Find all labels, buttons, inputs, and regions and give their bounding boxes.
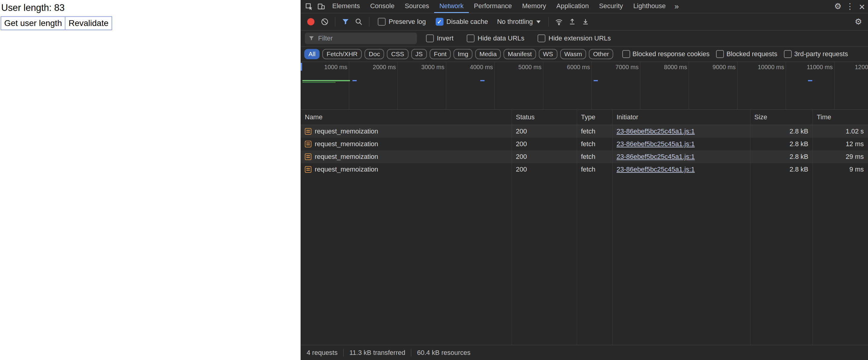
more-filter-toggles: Blocked response cookies Blocked request… — [619, 50, 851, 58]
network-settings-gear-icon[interactable]: ⚙ — [852, 16, 864, 28]
disable-cache-checkbox[interactable] — [436, 18, 443, 26]
settings-gear-icon[interactable]: ⚙ — [832, 1, 844, 13]
devtools-panel: Elements Console Sources Network Perform… — [301, 0, 868, 360]
hide-extension-urls-toggle[interactable]: Hide extension URLs — [537, 34, 611, 42]
devtools-tab[interactable]: Sources — [400, 0, 434, 13]
request-status: 200 — [512, 128, 577, 135]
search-icon[interactable] — [353, 16, 365, 28]
header-type[interactable]: Type — [577, 113, 612, 121]
request-type-chip[interactable]: Fetch/XHR — [322, 49, 362, 59]
timeline-tick-label: 6000 ms — [543, 62, 592, 109]
table-row[interactable]: request_memoization 200 fetch 23-86ebef5… — [301, 150, 868, 163]
chevron-down-icon — [536, 21, 540, 23]
hide-data-urls-toggle[interactable]: Hide data URLs — [467, 34, 524, 42]
request-status: 200 — [512, 153, 577, 161]
request-name-cell[interactable]: request_memoization — [301, 128, 512, 135]
network-conditions-icon[interactable] — [553, 16, 565, 28]
filter-checkbox[interactable] — [716, 50, 724, 58]
filter-toggle[interactable]: 3rd-party requests — [784, 50, 848, 58]
request-type-chip[interactable]: Doc — [365, 49, 384, 59]
request-name-cell[interactable]: request_memoization — [301, 166, 512, 173]
header-status[interactable]: Status — [512, 113, 577, 121]
invert-checkbox[interactable] — [426, 34, 434, 42]
devtools-tab[interactable]: Application — [551, 0, 594, 13]
devtools-tab[interactable]: Lighthouse — [628, 0, 671, 13]
device-toolbar-icon[interactable] — [315, 1, 327, 13]
invert-filter-toggle[interactable]: Invert — [426, 34, 454, 42]
request-type-chip[interactable]: Img — [454, 49, 472, 59]
revalidate-button[interactable]: Revalidate — [65, 16, 112, 30]
header-name[interactable]: Name — [301, 113, 512, 121]
filter-funnel-icon[interactable] — [339, 16, 351, 28]
record-network-log-icon[interactable] — [307, 18, 314, 25]
filter-checkbox[interactable] — [784, 50, 792, 58]
export-har-icon[interactable] — [580, 16, 592, 28]
screen: User length: 83 Get user length Revalida… — [0, 0, 868, 360]
hide-data-urls-label: Hide data URLs — [477, 34, 524, 42]
hide-data-urls-checkbox[interactable] — [467, 34, 474, 42]
initiator-link[interactable]: 23-86ebef5bc25c45a1.js:1 — [617, 166, 695, 173]
web-page: User length: 83 Get user length Revalida… — [0, 0, 301, 360]
table-row[interactable]: request_memoization 200 fetch 23-86ebef5… — [301, 125, 868, 138]
request-type-chip[interactable]: CSS — [387, 49, 408, 59]
timeline-tick-label: 7000 ms — [592, 62, 640, 109]
request-type-chip[interactable]: All — [304, 49, 319, 59]
table-row[interactable]: request_memoization 200 fetch 23-86ebef5… — [301, 138, 868, 150]
table-row[interactable]: request_memoization 200 fetch 23-86ebef5… — [301, 163, 868, 176]
kebab-menu-icon[interactable]: ⋮ — [844, 1, 856, 13]
devtools-tab[interactable]: Console — [365, 0, 400, 13]
request-type-chip[interactable]: WS — [539, 49, 557, 59]
header-time[interactable]: Time — [812, 113, 868, 121]
request-name-cell[interactable]: request_memoization — [301, 140, 512, 148]
devtools-tab[interactable]: Security — [594, 0, 628, 13]
more-tabs-chevron-icon[interactable]: » — [671, 2, 682, 11]
request-type-chip[interactable]: JS — [411, 49, 427, 59]
filter-checkbox[interactable] — [622, 50, 630, 58]
preserve-log-checkbox[interactable] — [378, 18, 385, 26]
devtools-tab-bar: Elements Console Sources Network Perform… — [301, 0, 868, 13]
timeline-tick-label: 8000 ms — [640, 62, 689, 109]
devtools-tab[interactable]: Performance — [469, 0, 517, 13]
import-har-icon[interactable] — [566, 16, 578, 28]
close-devtools-icon[interactable]: × — [856, 1, 868, 13]
request-type-chip[interactable]: Manifest — [503, 49, 536, 59]
transferred-size: 11.3 kB transferred — [349, 349, 405, 357]
devtools-tab[interactable]: Memory — [517, 0, 551, 13]
request-type-chips-row: All Fetch/XHR Doc CSS JS Font Img Media … — [301, 47, 868, 62]
toolbar-divider — [335, 17, 335, 27]
filter-toggle[interactable]: Blocked requests — [716, 50, 777, 58]
page-button-row: Get user length Revalidate — [1, 16, 301, 30]
filter-input[interactable] — [317, 34, 413, 43]
requests-count: 4 requests — [307, 349, 338, 357]
devtools-tabs: Elements Console Sources Network Perform… — [327, 0, 671, 13]
hide-extension-urls-checkbox[interactable] — [537, 34, 546, 42]
inspect-element-icon[interactable] — [303, 1, 315, 13]
get-user-length-button[interactable]: Get user length — [1, 16, 65, 30]
filter-toggle[interactable]: Blocked response cookies — [622, 50, 710, 58]
header-size[interactable]: Size — [750, 113, 812, 121]
preserve-log-toggle[interactable]: Preserve log — [378, 18, 426, 26]
request-type-chip[interactable]: Media — [475, 49, 501, 59]
devtools-tab[interactable]: Network — [434, 0, 469, 13]
throttling-select[interactable]: No throttling — [497, 18, 541, 26]
filter-toggle-label: 3rd-party requests — [794, 50, 848, 58]
initiator-link[interactable]: 23-86ebef5bc25c45a1.js:1 — [617, 140, 695, 148]
devtools-tab[interactable]: Elements — [327, 0, 365, 13]
filter-input-container[interactable] — [305, 33, 417, 44]
clear-network-log-icon[interactable] — [319, 16, 331, 28]
request-type-chip[interactable]: Wasm — [560, 49, 586, 59]
request-name: request_memoization — [315, 140, 378, 148]
request-type-chip[interactable]: Other — [589, 49, 613, 59]
request-time: 9 ms — [812, 166, 868, 173]
timeline-tick-label: 10000 ms — [738, 62, 786, 109]
fetch-resource-icon — [305, 128, 311, 135]
request-type-chip[interactable]: Font — [430, 49, 451, 59]
timeline-activity-mark — [480, 80, 485, 81]
disable-cache-toggle[interactable]: Disable cache — [436, 18, 488, 26]
initiator-link[interactable]: 23-86ebef5bc25c45a1.js:1 — [617, 128, 695, 135]
header-initiator[interactable]: Initiator — [612, 113, 750, 121]
network-overview-timeline[interactable]: 1000 ms 2000 ms 3000 ms 4000 ms 5000 ms … — [301, 62, 868, 110]
initiator-link[interactable]: 23-86ebef5bc25c45a1.js:1 — [617, 153, 695, 160]
timeline-drag-handle[interactable] — [301, 63, 302, 71]
request-name-cell[interactable]: request_memoization — [301, 153, 512, 161]
